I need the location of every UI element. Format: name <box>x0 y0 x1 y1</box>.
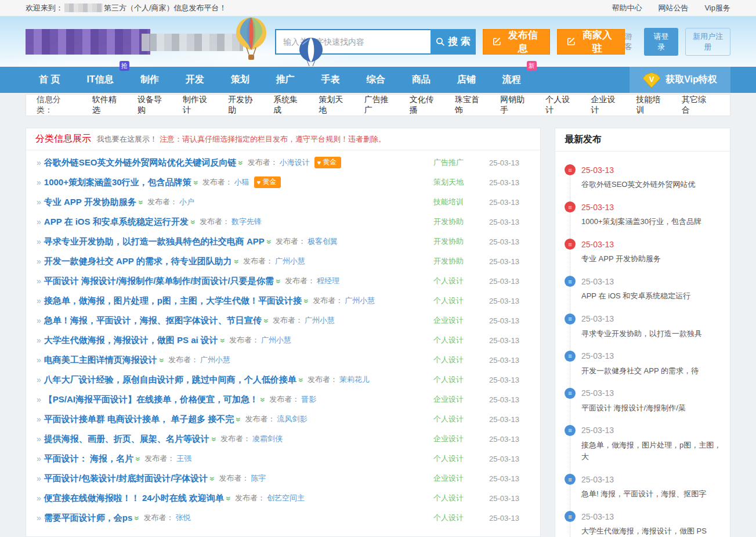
table-row[interactable]: » APP 在 iOS 和安卓系统稳定运行开发 » 发布者： 数字先锋 ♥ 开发… <box>26 212 540 232</box>
post-title-link[interactable]: 平面设计： 海报，名片 <box>44 453 133 464</box>
post-title-link[interactable]: 八年大厂设计经验，原创自由设计师，跳过中间商，个人低价接单 <box>44 374 296 385</box>
category-tag-link[interactable]: 个人设计 <box>422 414 475 424</box>
table-row[interactable]: » 平面设计： 海报，名片 » 发布者： 王强 ♥ 个人设计 25-03-13 <box>26 449 540 468</box>
nav-item[interactable]: 抢 IT信息 <box>73 67 126 93</box>
table-row[interactable]: » 谷歌外链SEO英文外链外贸网站优化关键词反向链 » 发布者： 小海设计 ♥黄… <box>26 153 540 172</box>
table-row[interactable]: » 平面设计 海报设计/海报制作/菜单制作/封面设计/只要是你需 » 发布者： … <box>26 271 540 291</box>
post-title-link[interactable]: 寻求专业开发协助，以打造一款独具特色的社交电商 APP <box>44 236 265 247</box>
publisher-link[interactable]: 程经理 <box>317 276 339 286</box>
nav-item[interactable]: 推广 <box>263 67 308 93</box>
publisher-link[interactable]: 数字先锋 <box>231 217 262 227</box>
category-tag-link[interactable]: 个人设计 <box>422 453 475 464</box>
publisher-link[interactable]: 广州小慧 <box>345 295 375 306</box>
top-link[interactable]: 帮助中心 <box>612 3 642 13</box>
latest-item-title[interactable]: 寻求专业开发协助，以打造一款独具 <box>581 328 722 340</box>
latest-item-title[interactable]: APP 在 iOS 和安卓系统稳定运行 <box>581 290 722 302</box>
latest-item-title[interactable]: 急单! 海报，平面设计，海报、抠图字 <box>581 488 722 500</box>
category-link[interactable]: 策划天地 <box>312 95 357 116</box>
post-title-link[interactable]: 需要平面设计师，会ps <box>44 513 133 524</box>
category-link[interactable]: 其它综合 <box>674 95 719 116</box>
nav-item[interactable]: 策划 <box>218 67 263 93</box>
post-title-link[interactable]: 【PS/AI海报平面设计】在线接单，价格便宜，可加急！ <box>44 394 258 405</box>
nav-item[interactable]: 店铺 <box>444 67 489 93</box>
post-title-link[interactable]: 便宜接在线做海报啦！！ 24小时在线 欢迎询单 <box>44 493 224 504</box>
table-row[interactable]: » 大学生代做海报，海报设计，做图 PS ai 设计 » 发布者： 广州小慧 ♥… <box>26 330 540 350</box>
category-link[interactable]: 网销助手 <box>493 95 538 116</box>
category-link[interactable]: 设备导购 <box>130 95 175 116</box>
publisher-link[interactable]: 凌霜剑侠 <box>252 434 283 444</box>
category-link[interactable]: 个人设计 <box>538 95 583 116</box>
site-logo-censored[interactable] <box>26 26 223 56</box>
table-row[interactable]: » 急单！海报，平面设计，海报、抠图字体设计、节日宣传 » 发布者： 广州小慧 … <box>26 311 540 330</box>
publish-info-button[interactable]: 发布信息 <box>483 29 550 55</box>
publisher-link[interactable]: 王强 <box>176 453 191 464</box>
list-item[interactable]: ≡ 25-03-13 寻求专业开发协助，以打造一款独具 <box>565 313 722 340</box>
list-item[interactable]: ≡ 25-03-13 1000+策划案涵盖30行业，包含品牌 <box>565 201 722 228</box>
latest-item-title[interactable]: 谷歌外链SEO英文外链外贸网站优 <box>581 179 722 190</box>
post-title-link[interactable]: APP 在 iOS 和安卓系统稳定运行开发 <box>44 217 189 228</box>
merchant-join-button[interactable]: 商家入驻 <box>557 29 624 55</box>
category-tag-link[interactable]: 个人设计 <box>422 513 475 523</box>
category-link[interactable]: 企业设计 <box>583 95 628 116</box>
category-tag-link[interactable]: 个人设计 <box>422 374 475 385</box>
list-item[interactable]: ≡ 25-03-13 开发一款健身社交 APP 的需求，待 <box>565 351 722 377</box>
publisher-link[interactable]: 广州小慧 <box>275 256 305 266</box>
post-title-link[interactable]: 谷歌外链SEO英文外链外贸网站优化关键词反向链 <box>44 157 237 168</box>
table-row[interactable]: » 【PS/AI海报平面设计】在线接单，价格便宜，可加急！ » 发布者： 晋影 … <box>26 390 540 409</box>
publisher-link[interactable]: 创艺空间主 <box>267 493 305 503</box>
top-link[interactable]: 网站公告 <box>658 3 688 13</box>
post-title-link[interactable]: 开发一款健身社交 APP 的需求，待专业团队助力 <box>44 256 232 267</box>
category-tag-link[interactable]: 个人设计 <box>422 335 475 345</box>
post-title-link[interactable]: 大学生代做海报，海报设计，做图 PS ai 设计 <box>44 335 218 346</box>
category-tag-link[interactable]: 企业设计 <box>422 473 475 484</box>
latest-item-title[interactable]: 平面设计 海报设计/海报制作/菜 <box>581 402 722 414</box>
table-row[interactable]: » 提供海报、画册、折页、展架、名片等设计 » 发布者： 凌霜剑侠 ♥ 企业设计… <box>26 429 540 449</box>
login-button[interactable]: 请登录 <box>644 28 678 56</box>
publisher-link[interactable]: 张悦 <box>176 513 191 523</box>
register-button[interactable]: 新用户注册 <box>685 28 730 56</box>
category-link[interactable]: 文化传播 <box>402 95 447 116</box>
category-tag-link[interactable]: 技能培训 <box>422 197 475 207</box>
category-tag-link[interactable]: 个人设计 <box>422 295 475 306</box>
category-link[interactable]: 开发协助 <box>220 95 266 116</box>
list-item[interactable]: ≡ 25-03-13 APP 在 iOS 和安卓系统稳定运行 <box>565 276 722 302</box>
publisher-link[interactable]: 极客创翼 <box>308 236 338 247</box>
post-title-link[interactable]: 专业 APP 开发协助服务 <box>44 197 136 208</box>
category-tag-link[interactable]: 企业设计 <box>422 434 475 444</box>
nav-item[interactable]: 首 页 <box>26 67 73 93</box>
category-tag-link[interactable]: 开发协助 <box>422 256 475 266</box>
publisher-link[interactable]: 广州小慧 <box>261 335 291 345</box>
list-item[interactable]: ≡ 25-03-13 专业 APP 开发协助服务 <box>565 239 722 265</box>
category-tag-link[interactable]: 企业设计 <box>422 315 475 326</box>
category-link[interactable]: 广告推广 <box>357 95 402 116</box>
list-item[interactable]: ≡ 25-03-13 急单! 海报，平面设计，海报、抠图字 <box>565 474 722 500</box>
search-button[interactable]: 搜 索 <box>431 29 476 55</box>
latest-item-title[interactable]: 1000+策划案涵盖30行业，包含品牌 <box>581 216 722 228</box>
table-row[interactable]: » 便宜接在线做海报啦！！ 24小时在线 欢迎询单 » 发布者： 创艺空间主 ♥… <box>26 488 540 508</box>
latest-item-title[interactable]: 专业 APP 开发协助服务 <box>581 253 722 265</box>
vip-privilege-button[interactable]: V 获取Vip特权 <box>630 67 730 93</box>
publisher-link[interactable]: 茉莉花儿 <box>339 374 370 385</box>
publisher-link[interactable]: 陈宇 <box>251 473 266 484</box>
table-row[interactable]: » 电商美工主图详情页海报设计 » 发布者： 广州小慧 ♥ 个人设计 25-03… <box>26 350 540 370</box>
publisher-link[interactable]: 流风剑影 <box>277 414 308 424</box>
publisher-link[interactable]: 小户 <box>179 197 194 207</box>
latest-item-title[interactable]: 开发一款健身社交 APP 的需求，待 <box>581 365 722 377</box>
category-tag-link[interactable]: 开发协助 <box>422 217 475 227</box>
post-title-link[interactable]: 提供海报、画册、折页、展架、名片等设计 <box>44 434 209 445</box>
latest-item-title[interactable]: 大学生代做海报，海报设计，做图 PS <box>581 525 722 537</box>
post-title-link[interactable]: 平面设计接单群 电商设计接单， 单子超多 接不完 <box>44 414 234 425</box>
category-tag-link[interactable]: 个人设计 <box>422 355 475 365</box>
category-tag-link[interactable]: 个人设计 <box>422 493 475 503</box>
table-row[interactable]: » 平面设计/包装设计/封底封面设计/字体设计 » 发布者： 陈宇 ♥ 企业设计… <box>26 468 540 488</box>
table-row[interactable]: » 需要平面设计师，会ps » 发布者： 张悦 ♥ 个人设计 25-03-13 <box>26 508 540 528</box>
post-title-link[interactable]: 电商美工主图详情页海报设计 <box>44 355 157 366</box>
table-row[interactable]: » 专业 APP 开发协助服务 » 发布者： 小户 ♥ 技能培训 25-03-1… <box>26 192 540 212</box>
table-row[interactable]: » 平面设计接单群 电商设计接单， 单子超多 接不完 » 发布者： 流风剑影 ♥… <box>26 409 540 429</box>
table-row[interactable]: » 寻求专业开发协助，以打造一款独具特色的社交电商 APP » 发布者： 极客创… <box>26 232 540 251</box>
table-row[interactable]: » 1000+策划案涵盖30行业，包含品牌策 » 发布者： 小猫 ♥黄金 策划天… <box>26 172 540 192</box>
publisher-link[interactable]: 晋影 <box>301 394 316 405</box>
post-title-link[interactable]: 接急单，做海报，图片处理，p图，主图，大学生代做！平面设计接 <box>44 295 302 307</box>
category-link[interactable]: 软件精选 <box>85 95 130 116</box>
publisher-link[interactable]: 小猫 <box>234 177 249 188</box>
